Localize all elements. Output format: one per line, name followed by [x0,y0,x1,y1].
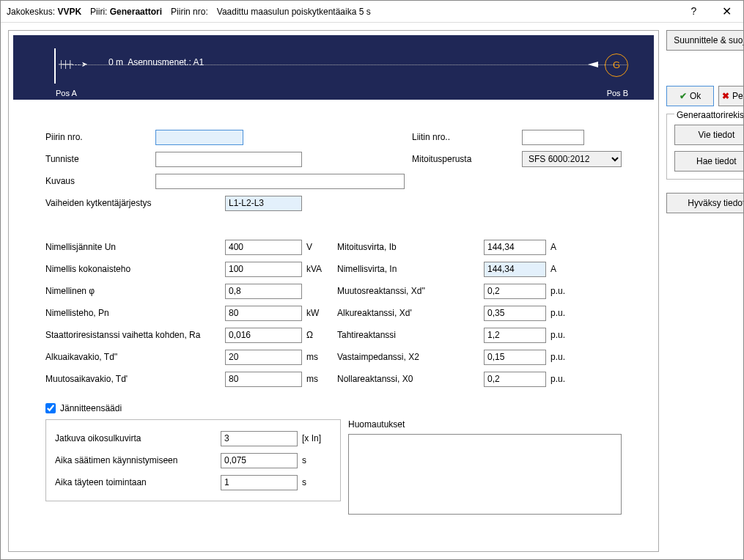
un-unit: V [306,242,328,252]
help-button[interactable]: ? [677,1,710,22]
x2-label: Vastaimpedanssi, X2 [337,352,484,362]
pn-unit: kW [306,308,328,318]
xd2-input[interactable] [484,284,546,299]
x2-input[interactable] [484,350,546,365]
in-unit: A [550,264,572,274]
ra-label: Staattoriresistanssi vaihetta kohden, Ra [45,330,225,340]
td1-unit: ms [306,374,328,384]
aika-tayteen-label: Aika täyteen toimintaan [55,477,221,487]
kuvaus-label: Kuvaus [45,176,155,186]
ib-input[interactable] [484,240,546,255]
jatkuva-unit: [x In] [302,433,331,443]
title-jakokeskus: Jakokeskus: VVPK [7,7,81,17]
mitoitusperusta-select[interactable]: SFS 6000:2012 [522,151,622,167]
xd2-label: Muutosreaktanssi, Xd'' [337,286,484,296]
vaiheet-label: Vaiheiden kytkentäjärjestys [45,198,225,208]
x2-unit: p.u. [550,352,572,362]
peruuta-button[interactable]: ✖Peruuta [718,86,744,106]
phi-label: Nimellinen φ [45,286,225,296]
titlebar: Jakokeskus: VVPK Piiri: Generaattori Pii… [1,1,743,23]
vie-tiedot-button[interactable]: Vie tiedot [674,125,744,145]
tunniste-label: Tunniste [45,154,155,164]
kokonaisteho-label: Nimellis kokonaisteho [45,264,225,274]
td1-input[interactable] [225,372,302,387]
tahti-label: Tahtireaktanssi [337,330,484,340]
kokonaisteho-input[interactable] [225,262,302,277]
un-label: Nimellisjännite Un [45,242,225,252]
aika-kaynn-unit: s [302,455,324,465]
pos-b-label: Pos B [607,89,628,97]
tahti-input[interactable] [484,328,546,343]
td2-input[interactable] [225,350,302,365]
jannitteensaadi-label: Jännitteensäädi [60,403,122,413]
generator-icon: G [605,54,628,77]
kuvaus-input[interactable] [155,174,405,189]
x0-input[interactable] [484,372,546,387]
piirin-nro-input[interactable] [155,130,243,145]
pn-label: Nimellisteho, Pn [45,308,225,318]
xd1-label: Alkureaktanssi, Xd' [337,308,484,318]
tunniste-input[interactable] [155,152,302,167]
piirin-nro-label: Piirin nro. [45,132,155,142]
huomautukset-label: Huomautukset [348,419,622,430]
check-icon: ✔ [679,91,687,101]
ok-button[interactable]: ✔Ok [666,86,714,106]
liitin-label: Liitin nro.. [412,132,522,142]
gen-rekisteri-group: Generaattorirekisteri Vie tiedot Hae tie… [666,114,744,180]
x0-unit: p.u. [550,374,572,384]
pn-input[interactable] [225,306,302,321]
gen-rekisteri-title: Generaattorirekisteri [674,110,744,120]
kokonaisteho-unit: kVA [306,264,328,274]
ib-unit: A [550,242,572,252]
liitin-input[interactable] [522,130,584,145]
jatkuva-input[interactable] [221,431,298,446]
connection-diagram: ┼┼┼- - - ➤ 0 m Asennusmenet.: A1 G Pos A… [13,35,654,100]
close-button[interactable]: ✕ [710,1,743,22]
suunnittele-button[interactable]: Suunnittele & suojaus [666,30,744,51]
aika-tayteen-input[interactable] [221,475,298,490]
jatkuva-label: Jatkuva oikosulkuvirta [55,433,221,443]
vaiheet-input[interactable] [225,196,302,211]
hyvaksy-tiedot-button[interactable]: Hyväksy tiedot [666,193,744,213]
in-label: Nimellisvirta, In [337,264,484,274]
ra-unit: Ω [306,330,328,340]
pos-a-label: Pos A [56,89,77,97]
aika-kaynn-input[interactable] [221,453,298,468]
phi-input[interactable] [225,284,302,299]
title-piirin-nro: Piirin nro: [171,7,208,17]
x0-label: Nollareaktanssi, X0 [337,374,484,384]
ib-label: Mitoitusvirta, Ib [337,242,484,252]
in-input[interactable] [484,262,546,277]
xd2-unit: p.u. [550,286,572,296]
td2-unit: ms [306,352,328,362]
title-vaadittu: Vaadittu maasulun poiskytkentäaika 5 s [217,7,371,17]
x-icon: ✖ [722,91,729,101]
huomautukset-textarea[interactable] [348,434,622,515]
xd1-unit: p.u. [550,308,572,318]
td1-label: Muutosaikavakio, Td' [45,374,225,384]
jannitteensaadi-checkbox[interactable] [45,403,56,413]
xd1-input[interactable] [484,306,546,321]
aika-kaynn-label: Aika säätimen käynnistymiseen [55,455,221,465]
arrow-icon [588,62,598,67]
hae-tiedot-button[interactable]: Hae tiedot [674,151,744,172]
mitoitusperusta-label: Mitoitusperusta [412,154,522,164]
un-input[interactable] [225,240,302,255]
ra-input[interactable] [225,328,302,343]
aika-tayteen-unit: s [302,477,324,487]
tahti-unit: p.u. [550,330,572,340]
title-piiri: Piiri: Generaattori [90,7,162,17]
td2-label: Alkuaikavakio, Td'' [45,352,225,362]
